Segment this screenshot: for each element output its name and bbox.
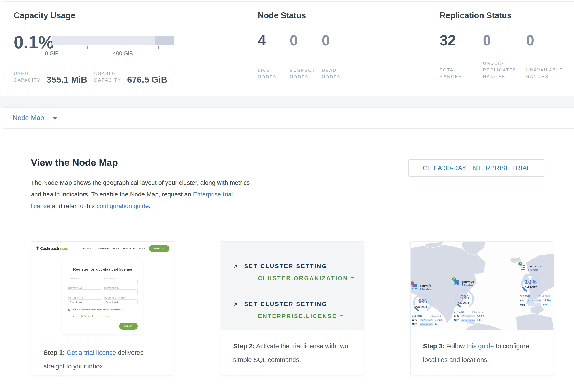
qps-label: QPS xyxy=(454,319,461,321)
cluster-organization-setting: CLUSTER.ORGANIZATION = xyxy=(258,275,364,282)
locality-ams: ✓ geo=ams 1 Node xyxy=(520,264,554,306)
locality-name: geo=sfo xyxy=(420,284,431,287)
ok-badge: ✓ xyxy=(452,277,456,281)
qps-sparkline xyxy=(528,303,541,306)
company-email-label: COMPANY EMAIL xyxy=(104,287,138,289)
get-enterprise-trial-button[interactable]: GET A 30-DAY ENTERPRISE TRIAL xyxy=(408,159,545,177)
capacity-axis-ticks xyxy=(52,46,174,49)
set-cluster-setting-2: SET CLUSTER SETTING xyxy=(244,301,327,308)
total-ranges-value: 32 xyxy=(440,33,483,48)
section-divider xyxy=(31,227,554,227)
cpu-label: CPU xyxy=(412,318,420,321)
cpu-label: CPU xyxy=(520,299,528,302)
cpu-value: 42.5% xyxy=(477,314,484,317)
capacity-usage-title: Capacity Usage xyxy=(14,11,174,20)
qps-value: 0.0 xyxy=(477,318,481,322)
nav-resources: RESOURCES xyxy=(123,248,136,250)
capacity-percent: 0.1% xyxy=(14,34,51,51)
ok-badge: ✓ xyxy=(518,262,522,266)
step1-text: Step 1: Get a trial license delivered st… xyxy=(31,337,174,373)
email-updates-text: I would like to receive email updates ab… xyxy=(72,308,123,311)
reason-for-interest-select: Please Select xyxy=(104,299,138,305)
under-replicated-ranges-value: 0 xyxy=(483,33,526,48)
email-updates-checkbox xyxy=(68,309,70,311)
total-capacity: 35.1 GiB xyxy=(430,314,442,317)
prompt-caret: > xyxy=(234,301,238,308)
cpu-sparkline xyxy=(461,315,475,317)
software-license-agreement-link: Software License Agreement. xyxy=(84,315,110,317)
nodemap-content: View the Node Map The Node Map shows the… xyxy=(0,129,574,375)
chevron-down-icon[interactable] xyxy=(53,117,57,120)
locality-name: geo=nyc xyxy=(461,280,474,283)
prompt-caret: > xyxy=(234,263,238,270)
locality-name: geo=ams xyxy=(528,264,541,268)
license-agreement-checkbox xyxy=(68,315,70,317)
unavailable-ranges-label: UNAVAILABLERANGES xyxy=(526,67,569,80)
qps-sparkline xyxy=(461,319,475,322)
qps-sparkline xyxy=(420,323,433,326)
used-capacity-value: 355.1 MiB xyxy=(47,75,87,84)
this-guide-link[interactable]: this guide xyxy=(467,343,494,350)
project-phase-label: PROJECT PHASE xyxy=(68,297,102,299)
enterprise-license-setting: ENTERPRISE.LICENSE = xyxy=(258,313,364,320)
usable-capacity-label: USABLE CAPACITY xyxy=(94,70,121,83)
cluster-summary-panel: Capacity Usage 0.1% 0 GiB 400 GiB xyxy=(2,1,574,96)
suspect-nodes-value: 0 xyxy=(290,33,322,48)
live-nodes-value: 4 xyxy=(258,33,290,48)
cpu-value: 11.0% xyxy=(435,318,442,321)
nodemap-preview: 1 geo=sfo 2 Nodes xyxy=(411,242,554,331)
capacity-gauge: 9% CAPACITY xyxy=(412,292,433,314)
cpu-label: CPU xyxy=(454,315,461,317)
capacity-bar xyxy=(52,36,174,45)
step2-card: > SET CLUSTER SETTING CLUSTER.ORGANIZATI… xyxy=(221,242,364,375)
dead-nodes-label: DEADNODES xyxy=(322,67,354,80)
capacity-percent: 9% xyxy=(412,298,433,305)
capacity-label: CAPACITY xyxy=(454,302,475,304)
get-trial-license-link[interactable]: Get a trial license xyxy=(67,349,116,356)
total-capacity: 34.4 GiB xyxy=(538,295,550,298)
capacity-percent: 6% xyxy=(454,294,475,301)
step3-card: 1 geo=sfo 2 Nodes xyxy=(410,242,554,375)
submit-button: SUBMIT xyxy=(119,322,138,330)
qps-label: QPS xyxy=(520,303,528,306)
total-capacity: 65.7 GiB xyxy=(472,310,484,313)
suspect-nodes-label: SUSPECTNODES xyxy=(290,67,322,80)
view-selector-bar: Node Map xyxy=(2,107,574,129)
qps-value: 4.7 xyxy=(435,322,439,326)
capacity-label: CAPACITY xyxy=(412,306,433,308)
used-capacity: 3.7 GiB xyxy=(454,310,464,313)
first-name-label: FIRST NAME xyxy=(68,277,102,279)
node-status-section: Node Status 4 0 0 LIVENODES SUSPECTNODES… xyxy=(258,11,354,80)
step1-card: Cockroach LABS PRODUCT CUSTOMERS DOCS RE… xyxy=(31,242,174,375)
under-replicated-ranges-label: UNDER-REPLICATEDRANGES xyxy=(483,60,526,80)
locality-sfo: 1 geo=sfo 2 Nodes xyxy=(412,284,450,326)
qps-value: 0.0 xyxy=(543,303,547,306)
locality-nyc: ✓ geo=nyc 2 Nodes xyxy=(454,280,492,322)
registration-form: Register for a 30-day trial license FIRS… xyxy=(62,261,143,334)
set-cluster-setting-1: SET CLUSTER SETTING xyxy=(244,263,327,270)
nodemap-description: The Node Map shows the geographical layo… xyxy=(31,177,252,212)
used-capacity: 3.6 GiB xyxy=(520,295,530,298)
locality-node-count: 2 Nodes xyxy=(420,287,431,291)
description-text: . xyxy=(149,203,150,209)
capacity-percent: 10% xyxy=(520,279,541,285)
capacity-label: CAPACITY xyxy=(520,286,541,289)
nav-customers: CUSTOMERS xyxy=(97,248,109,250)
total-ranges-label: TOTALRANGES xyxy=(440,67,483,80)
replication-status-section: Replication Status 32 0 0 TOTALRANGES UN… xyxy=(440,11,569,80)
company-email-field xyxy=(104,289,138,295)
capacity-bar-reserved-segment xyxy=(155,36,174,45)
live-nodes-label: LIVENODES xyxy=(258,67,290,80)
nodemap-dropdown[interactable]: Node Map xyxy=(13,114,44,122)
qps-label: QPS xyxy=(412,323,420,325)
replication-status-title: Replication Status xyxy=(440,11,569,20)
step2-text: Step 2: Activate the trial license with … xyxy=(221,331,364,367)
section-spacer-band xyxy=(0,96,574,107)
locality-node-count: 2 Nodes xyxy=(461,283,474,287)
nav-product: PRODUCT xyxy=(83,248,93,250)
configuration-guide-link[interactable]: configuration guide xyxy=(96,203,149,209)
cockroach-bug-icon xyxy=(36,246,39,251)
dead-nodes-value: 0 xyxy=(322,33,354,48)
cpu-sparkline xyxy=(420,318,433,321)
nav-docs: DOCS xyxy=(113,248,119,250)
